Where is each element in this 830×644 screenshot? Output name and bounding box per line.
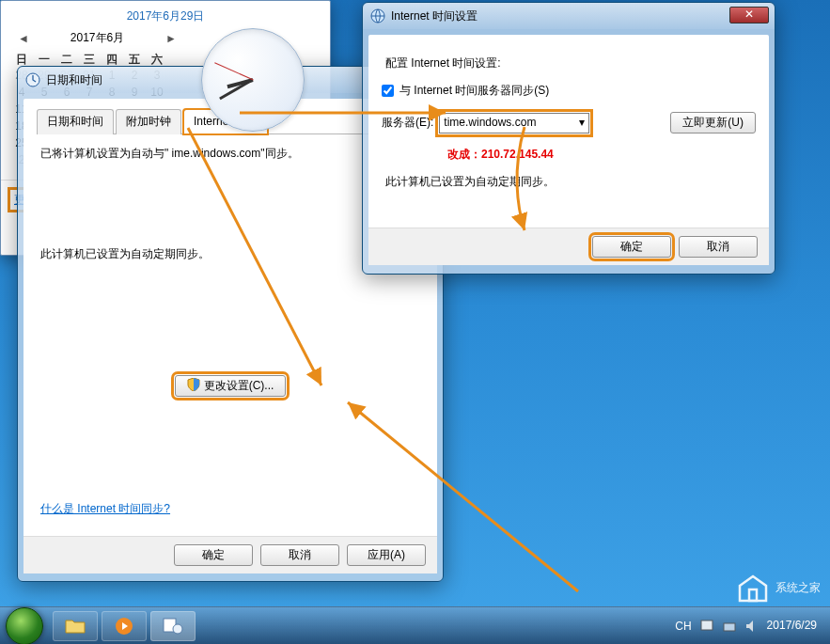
dialog-actions: 确定 取消 [368,228,769,265]
apply-button[interactable]: 应用(A) [347,544,426,566]
month-label: 2017年6月 [70,30,124,46]
tab-additional-clocks[interactable]: 附加时钟 [116,109,181,134]
clock-icon [25,72,40,87]
watermark: 系统之家 [736,571,821,605]
sync-checkbox-label: 与 Internet 时间服务器同步(S) [399,83,549,99]
help-link[interactable]: 什么是 Internet 时间同步? [40,502,170,515]
config-label: 配置 Internet 时间设置: [385,55,752,71]
svg-rect-10 [749,589,757,601]
internet-time-window: Internet 时间设置 ✕ 配置 Internet 时间设置: 与 Inte… [362,2,775,275]
globe-icon [370,8,385,24]
taskbar-datetime-icon[interactable] [150,611,196,641]
server-combobox[interactable]: time.windows.com [439,113,589,134]
tray-volume-icon[interactable] [744,619,760,634]
ok-button[interactable]: 确定 [174,544,253,566]
ok-button[interactable]: 确定 [592,236,671,258]
change-note: 改成：210.72.145.44 [447,147,756,163]
window-body: 配置 Internet 时间设置: 与 Internet 时间服务器同步(S) … [368,35,769,265]
cancel-button[interactable]: 取消 [679,236,758,258]
titlebar[interactable]: Internet 时间设置 ✕ [363,3,775,29]
dialog-actions: 确定 取消 应用(A) [23,536,437,573]
analog-clock [201,28,305,132]
tray-network-icon[interactable] [722,619,737,634]
system-tray: CH 2017/6/29 [675,619,824,634]
window-title: 日期和时间 [46,72,102,88]
svg-point-7 [173,624,182,634]
svg-rect-9 [724,623,735,631]
tray-flag-icon[interactable] [699,619,714,634]
calendar-header: 2017年6月29日 [1,1,330,28]
tab-date-time[interactable]: 日期和时间 [37,109,114,134]
sync-checkbox[interactable] [382,85,394,97]
close-button[interactable]: ✕ [729,7,769,24]
tray-clock[interactable]: 2017/6/29 [767,620,817,632]
shield-icon [187,378,200,394]
prev-month-button[interactable]: ◄ [14,32,33,45]
server-label: 服务器(E): [382,115,433,131]
taskbar: CH 2017/6/29 [0,606,830,644]
start-button[interactable] [6,607,43,645]
update-now-button[interactable]: 立即更新(U) [670,112,756,134]
taskbar-explorer-icon[interactable] [53,611,98,641]
taskbar-media-icon[interactable] [102,611,147,641]
change-settings-label: 更改设置(C)... [204,378,274,394]
cancel-button[interactable]: 取消 [260,544,339,566]
auto-sync-text: 此计算机已设置为自动定期同步。 [385,174,752,190]
change-settings-button[interactable]: 更改设置(C)... [175,375,287,397]
sync-checkbox-row[interactable]: 与 Internet 时间服务器同步(S) [382,83,756,99]
ime-indicator[interactable]: CH [675,620,691,633]
next-month-button[interactable]: ► [162,32,180,45]
window-title: Internet 时间设置 [391,8,478,24]
svg-rect-8 [701,620,713,630]
second-hand [214,62,254,80]
